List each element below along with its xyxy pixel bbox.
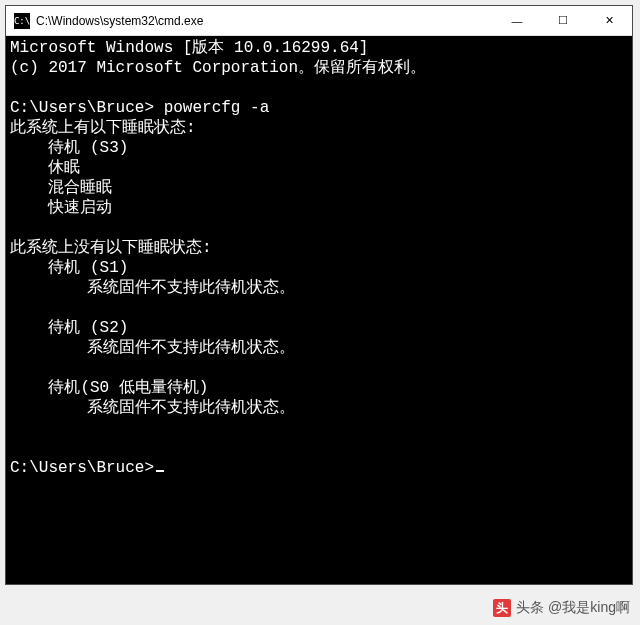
blank-line: [10, 418, 628, 438]
banner-line: Microsoft Windows [版本 10.0.16299.64]: [10, 38, 628, 58]
available-header: 此系统上有以下睡眠状态:: [10, 118, 628, 138]
blank-line: [10, 298, 628, 318]
window-title: C:\Windows\system32\cmd.exe: [36, 14, 494, 28]
watermark: 头 头条 @我是king啊: [493, 599, 630, 617]
window-controls: — ☐ ✕: [494, 6, 632, 35]
prompt-command: powercfg -a: [154, 99, 269, 117]
unavail-state-reason: 系统固件不支持此待机状态。: [10, 398, 628, 418]
prompt-path: C:\Users\Bruce>: [10, 99, 154, 117]
terminal-body[interactable]: Microsoft Windows [版本 10.0.16299.64] (c)…: [6, 36, 632, 584]
minimize-button[interactable]: —: [494, 6, 540, 35]
cmd-window: C:\ C:\Windows\system32\cmd.exe — ☐ ✕ Mi…: [5, 5, 633, 585]
titlebar[interactable]: C:\ C:\Windows\system32\cmd.exe — ☐ ✕: [6, 6, 632, 36]
blank-line: [10, 358, 628, 378]
cmd-icon: C:\: [14, 13, 30, 29]
unavail-state-reason: 系统固件不支持此待机状态。: [10, 338, 628, 358]
sleep-state: 休眠: [10, 158, 628, 178]
unavail-state-name: 待机 (S2): [10, 318, 628, 338]
copyright-line: (c) 2017 Microsoft Corporation。保留所有权利。: [10, 58, 628, 78]
unavailable-header: 此系统上没有以下睡眠状态:: [10, 238, 628, 258]
prompt-path: C:\Users\Bruce>: [10, 459, 154, 477]
watermark-text: 头条 @我是king啊: [516, 599, 630, 617]
unavail-state-name: 待机(S0 低电量待机): [10, 378, 628, 398]
sleep-state: 混合睡眠: [10, 178, 628, 198]
cursor: [156, 470, 164, 472]
blank-line: [10, 78, 628, 98]
close-button[interactable]: ✕: [586, 6, 632, 35]
blank-line: [10, 218, 628, 238]
unavail-state-reason: 系统固件不支持此待机状态。: [10, 278, 628, 298]
blank-line: [10, 438, 628, 458]
sleep-state: 待机 (S3): [10, 138, 628, 158]
sleep-state: 快速启动: [10, 198, 628, 218]
unavail-state-name: 待机 (S1): [10, 258, 628, 278]
prompt-line: C:\Users\Bruce>: [10, 458, 628, 478]
maximize-button[interactable]: ☐: [540, 6, 586, 35]
prompt-line: C:\Users\Bruce> powercfg -a: [10, 98, 628, 118]
toutiao-logo-icon: 头: [493, 599, 511, 617]
